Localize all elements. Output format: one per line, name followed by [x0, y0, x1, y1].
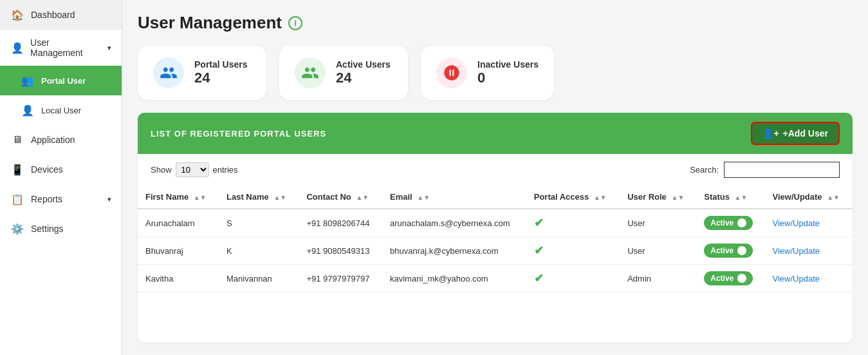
sort-icon: ▲▼: [827, 194, 840, 201]
stat-card-active-users: Active Users 24: [279, 46, 408, 100]
entries-select[interactable]: 10 25 50 100: [176, 162, 209, 177]
table-controls: Show 10 25 50 100 entries Search:: [138, 154, 853, 186]
status-badge[interactable]: Active: [704, 216, 753, 230]
sidebar-item-label: Settings: [31, 224, 64, 234]
local-user-icon: 👤: [21, 103, 35, 117]
cell-contact-no: +91 9797979797: [299, 265, 382, 293]
add-user-button[interactable]: 👤+ +Add User: [751, 122, 840, 145]
col-status[interactable]: Status ▲▼: [696, 186, 764, 209]
cell-view-update: View/Update: [765, 265, 853, 293]
cell-user-role: User: [620, 237, 696, 265]
stat-label-portal-users: Portal Users: [194, 59, 247, 70]
sidebar-item-devices[interactable]: 📱 Devices: [0, 155, 122, 184]
status-badge[interactable]: Active: [704, 244, 753, 258]
col-email[interactable]: Email ▲▼: [382, 186, 526, 209]
table-wrapper: First Name ▲▼ Last Name ▲▼ Contact No ▲▼: [138, 186, 853, 342]
sidebar-item-label: Devices: [31, 164, 63, 175]
inactive-users-icon: [436, 57, 467, 88]
portal-users-icon: [153, 57, 184, 88]
stat-card-portal-users: Portal Users 24: [138, 46, 266, 100]
cell-email: kavimani_mk@yahoo.com: [382, 265, 526, 293]
sidebar-item-portal-user[interactable]: 👥 Portal User: [0, 66, 122, 95]
status-badge[interactable]: Active: [704, 271, 753, 285]
table-row: Bhuvanraj K +91 9080549313 bhuvanraj.k@c…: [138, 237, 853, 265]
cell-first-name: Arunachalam: [138, 209, 219, 237]
stat-info-inactive-users: Inactive Users 0: [477, 59, 539, 86]
home-icon: 🏠: [10, 8, 24, 22]
toggle-dot: [737, 274, 746, 283]
sidebar-item-settings[interactable]: ⚙️ Settings: [0, 214, 122, 244]
search-input[interactable]: [724, 162, 840, 178]
stat-label-inactive-users: Inactive Users: [477, 59, 539, 70]
sidebar-item-label: Portal User: [41, 76, 86, 86]
sidebar-item-user-management[interactable]: 👤 User Management ▾: [0, 30, 122, 66]
cell-status: Active: [696, 265, 764, 293]
cell-last-name: Manivannan: [219, 265, 299, 293]
col-portal-access[interactable]: Portal Access ▲▼: [526, 186, 620, 209]
sidebar-item-reports[interactable]: 📋 Reports ▾: [0, 184, 122, 214]
sidebar-item-label: Application: [31, 135, 75, 145]
portal-access-check: ✔: [534, 216, 544, 229]
col-last-name[interactable]: Last Name ▲▼: [219, 186, 299, 209]
cell-contact-no: +91 8098206744: [299, 209, 382, 237]
reports-icon: 📋: [10, 192, 24, 206]
sidebar-item-dashboard[interactable]: 🏠 Dashboard: [0, 0, 122, 30]
application-icon: 🖥: [10, 133, 24, 147]
search-label: Search:: [690, 165, 719, 175]
entries-label: entries: [213, 165, 238, 175]
portal-user-icon: 👥: [21, 73, 35, 88]
stat-card-inactive-users: Inactive Users 0: [421, 46, 554, 100]
table-section: LIST OF REGISTERED PORTAL USERS 👤+ +Add …: [138, 113, 853, 342]
stat-info-active-users: Active Users 24: [336, 59, 391, 86]
show-label: Show: [151, 165, 172, 175]
sidebar: 🏠 Dashboard 👤 User Management ▾ 👥 Portal…: [0, 0, 122, 355]
show-entries: Show 10 25 50 100 entries: [151, 162, 238, 177]
cell-first-name: Bhuvanraj: [138, 237, 219, 265]
col-contact-no[interactable]: Contact No ▲▼: [299, 186, 382, 209]
portal-access-check: ✔: [534, 244, 544, 257]
sidebar-item-label: User Management: [30, 37, 101, 58]
page-title-row: User Management i: [138, 13, 853, 33]
col-view-update[interactable]: View/Update ▲▼: [765, 186, 853, 209]
info-icon[interactable]: i: [288, 16, 302, 30]
table-row: Kavitha Manivannan +91 9797979797 kavima…: [138, 265, 853, 293]
toggle-dot: [737, 246, 746, 255]
chevron-down-icon: ▾: [107, 44, 111, 52]
portal-access-check: ✔: [534, 272, 544, 285]
cell-email: bhuvanraj.k@cybernexa.com: [382, 237, 526, 265]
sidebar-item-label: Reports: [31, 194, 62, 204]
sort-icon: ▲▼: [356, 194, 369, 201]
table-row: Arunachalam S +91 8098206744 arunachalam…: [138, 209, 853, 237]
col-first-name[interactable]: First Name ▲▼: [138, 186, 219, 209]
user-management-icon: 👤: [10, 41, 24, 55]
stat-value-portal-users: 24: [194, 70, 247, 86]
stat-value-active-users: 24: [336, 70, 391, 86]
view-update-link[interactable]: View/Update: [773, 246, 820, 256]
cell-user-role: Admin: [620, 265, 696, 293]
cell-view-update: View/Update: [765, 237, 853, 265]
view-update-link[interactable]: View/Update: [773, 274, 820, 283]
cell-portal-access: ✔: [526, 209, 620, 237]
sidebar-item-local-user[interactable]: 👤 Local User: [0, 95, 122, 125]
sort-icon: ▲▼: [594, 194, 607, 201]
col-user-role[interactable]: User Role ▲▼: [620, 186, 696, 209]
cell-portal-access: ✔: [526, 265, 620, 293]
main-content: User Management i Portal Users 24 Active…: [122, 0, 868, 355]
table-header-title: LIST OF REGISTERED PORTAL USERS: [151, 129, 326, 139]
cell-contact-no: +91 9080549313: [299, 237, 382, 265]
stat-value-inactive-users: 0: [477, 70, 539, 86]
add-user-icon: 👤+: [762, 128, 779, 139]
cell-user-role: User: [620, 209, 696, 237]
table-header: LIST OF REGISTERED PORTAL USERS 👤+ +Add …: [138, 113, 853, 154]
cell-status: Active: [696, 237, 764, 265]
cell-portal-access: ✔: [526, 237, 620, 265]
cell-status: Active: [696, 209, 764, 237]
sidebar-item-application[interactable]: 🖥 Application: [0, 125, 122, 155]
page-title: User Management: [138, 13, 282, 33]
stat-info-portal-users: Portal Users 24: [194, 59, 247, 86]
cell-last-name: S: [219, 209, 299, 237]
sort-icon: ▲▼: [417, 194, 430, 201]
cell-first-name: Kavitha: [138, 265, 219, 293]
cell-last-name: K: [219, 237, 299, 265]
view-update-link[interactable]: View/Update: [773, 218, 820, 228]
